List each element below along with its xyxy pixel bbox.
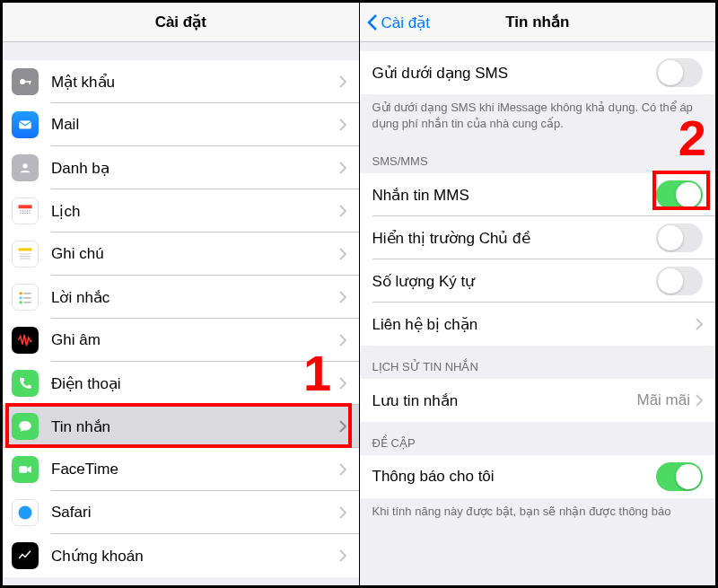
row-contacts[interactable]: Danh bạ <box>3 146 359 189</box>
svg-rect-3 <box>19 121 31 129</box>
toggle-mms[interactable] <box>656 180 703 209</box>
chevron-right-icon <box>696 318 703 330</box>
svg-point-13 <box>29 210 30 211</box>
row-label: Hiển thị trường Chủ đề <box>372 229 657 248</box>
row-label: Chứng khoán <box>51 547 339 566</box>
row-calendar[interactable]: Lịch <box>3 189 359 233</box>
calendar-icon <box>12 197 39 224</box>
mail-icon <box>12 111 39 138</box>
row-label: Số lượng Ký tự <box>372 272 657 291</box>
chevron-right-icon <box>339 549 346 562</box>
chevron-right-icon <box>339 506 346 519</box>
row-label: FaceTime <box>51 461 339 478</box>
svg-point-24 <box>19 292 22 294</box>
chevron-right-icon <box>339 334 346 347</box>
svg-point-17 <box>27 213 28 214</box>
row-label: Lịch <box>51 202 339 221</box>
svg-marker-31 <box>27 466 31 473</box>
row-mail[interactable]: Mail <box>3 103 359 146</box>
annotation-1: 1 <box>303 344 331 402</box>
back-button[interactable]: Cài đặt <box>367 3 430 42</box>
chevron-right-icon <box>339 162 346 174</box>
svg-point-4 <box>22 163 27 168</box>
row-label: Thông báo cho tôi <box>372 468 657 486</box>
messages-settings-pane: Cài đặt Tin nhắn Gửi dưới dạng SMS Gửi d… <box>359 3 716 585</box>
svg-point-9 <box>20 210 21 211</box>
row-label: Lời nhắc <box>51 288 339 307</box>
messages-icon <box>12 413 39 440</box>
chevron-right-icon <box>339 118 346 131</box>
header-title-right: Tin nhắn <box>505 13 569 31</box>
toggle-charcount[interactable] <box>656 267 703 295</box>
facetime-icon <box>12 456 39 483</box>
chevron-right-icon <box>339 463 346 476</box>
row-safari[interactable]: Safari <box>3 491 359 534</box>
row-label: Mail <box>51 116 339 134</box>
notes-icon <box>12 241 39 268</box>
svg-point-15 <box>22 213 23 214</box>
phone-icon <box>12 370 39 397</box>
stocks-icon <box>12 542 39 569</box>
row-passwords[interactable]: Mật khẩu <box>3 60 359 103</box>
svg-point-18 <box>29 213 30 214</box>
row-notify[interactable]: Thông báo cho tôi <box>360 455 716 498</box>
row-label: Nhắn tin MMS <box>372 186 657 205</box>
row-reminders[interactable]: Lời nhắc <box>3 276 359 319</box>
chevron-right-icon <box>339 291 346 303</box>
row-mms[interactable]: Nhắn tin MMS <box>360 173 716 216</box>
header-title-left: Cài đặt <box>155 13 206 31</box>
back-label: Cài đặt <box>381 13 430 32</box>
voice-memo-icon <box>12 327 39 354</box>
chevron-right-icon <box>696 394 703 407</box>
svg-rect-30 <box>19 466 27 473</box>
chevron-right-icon <box>339 377 346 390</box>
header-right: Cài đặt Tin nhắn <box>360 3 716 42</box>
safari-icon <box>12 499 39 526</box>
row-subject[interactable]: Hiển thị trường Chủ đề <box>360 216 716 259</box>
row-blocked[interactable]: Liên hệ bị chặn <box>360 303 716 346</box>
svg-rect-5 <box>19 205 32 208</box>
row-messages[interactable]: Tin nhắn <box>3 405 359 448</box>
header-left: Cài đặt <box>3 3 359 42</box>
row-label: Liên hệ bị chặn <box>372 315 696 334</box>
chevron-right-icon <box>339 75 346 88</box>
toggle-send-sms[interactable] <box>656 58 703 87</box>
row-label: Mật khẩu <box>51 73 339 92</box>
row-label: Gửi dưới dạng SMS <box>372 64 657 83</box>
svg-point-11 <box>24 210 25 211</box>
section-smsmms: SMS/MMS <box>360 140 716 173</box>
row-label: Điện thoại <box>51 374 339 393</box>
chevron-right-icon <box>339 248 346 260</box>
annotation-2: 2 <box>679 109 706 167</box>
send-sms-footer: Gửi dưới dạng SMS khi iMessage không khả… <box>360 94 716 140</box>
row-keep[interactable]: Lưu tin nhắn Mãi mãi <box>360 379 716 422</box>
row-label: Lưu tin nhắn <box>372 391 637 410</box>
toggle-notify[interactable] <box>656 462 703 491</box>
row-send-as-sms[interactable]: Gửi dưới dạng SMS <box>360 51 716 94</box>
row-facetime[interactable]: FaceTime <box>3 448 359 491</box>
row-label: Safari <box>51 504 339 522</box>
row-label: Tin nhắn <box>51 417 339 436</box>
settings-list: Mật khẩu Mail Danh bạ <box>3 60 359 577</box>
chevron-right-icon <box>339 205 346 217</box>
svg-point-14 <box>20 213 21 214</box>
svg-rect-19 <box>19 248 32 250</box>
svg-point-12 <box>27 210 28 211</box>
contacts-icon <box>12 154 39 181</box>
svg-point-16 <box>24 213 25 214</box>
svg-rect-2 <box>30 81 31 84</box>
chevron-right-icon <box>339 420 346 433</box>
section-mentions: ĐỀ CẬP <box>360 422 716 455</box>
reminders-icon <box>12 284 39 311</box>
svg-point-26 <box>19 301 22 303</box>
svg-point-10 <box>22 210 23 211</box>
row-label: Ghi chú <box>51 245 339 263</box>
key-icon <box>12 68 39 95</box>
row-label: Ghi âm <box>51 331 339 349</box>
mentions-footer: Khi tính năng này được bật, bạn sẽ nhận … <box>360 498 716 520</box>
row-charcount[interactable]: Số lượng Ký tự <box>360 259 716 303</box>
row-stocks[interactable]: Chứng khoán <box>3 534 359 577</box>
settings-list-pane: Cài đặt Mật khẩu Mail <box>3 3 359 585</box>
toggle-subject[interactable] <box>656 224 703 252</box>
row-notes[interactable]: Ghi chú <box>3 233 359 276</box>
